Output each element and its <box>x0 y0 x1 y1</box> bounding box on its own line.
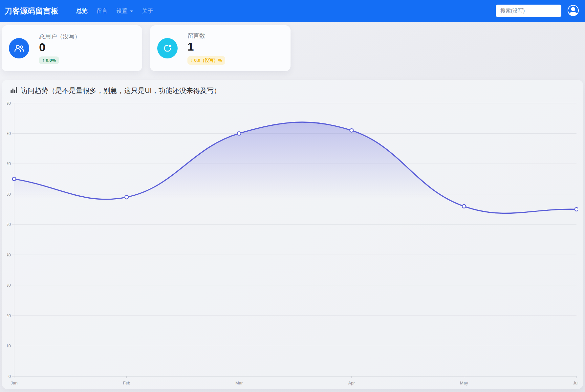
stat-card-messages: 留言数 1 ↓ 0.0（没写）% <box>150 25 291 71</box>
svg-text:Jun: Jun <box>573 381 578 385</box>
nav-links: 总览 留言 设置 关于 <box>76 7 153 15</box>
chevron-down-icon <box>130 11 133 12</box>
svg-text:40: 40 <box>7 252 11 257</box>
svg-text:Jan: Jan <box>11 381 18 385</box>
brand[interactable]: 刀客源码留言板 <box>5 6 59 16</box>
svg-text:10: 10 <box>7 343 11 348</box>
svg-text:60: 60 <box>7 192 11 197</box>
stat-title-messages: 留言数 <box>187 32 205 40</box>
user-avatar-button[interactable] <box>567 5 579 17</box>
svg-text:Mar: Mar <box>235 381 243 385</box>
svg-text:Apr: Apr <box>348 381 355 385</box>
svg-text:20: 20 <box>7 313 11 318</box>
stat-value-messages: 1 <box>187 40 194 53</box>
nav-item-overview[interactable]: 总览 <box>76 7 88 15</box>
main-content: 总用户（没写） 0 ↑ 0.0% 留言数 1 ↓ 0.0（没写）% <box>0 25 585 389</box>
svg-text:70: 70 <box>7 161 11 166</box>
stat-value-users: 0 <box>39 41 45 54</box>
stat-body-messages: 留言数 1 ↓ 0.0（没写）% <box>187 32 225 64</box>
people-icon <box>9 38 29 58</box>
svg-text:80: 80 <box>7 131 11 136</box>
navbar-right <box>496 5 579 17</box>
svg-text:30: 30 <box>7 283 11 288</box>
nav-item-messages[interactable]: 留言 <box>97 7 108 15</box>
svg-text:0: 0 <box>9 374 11 379</box>
message-indicator-icon <box>157 38 178 58</box>
nav-item-settings[interactable]: 设置 <box>117 7 133 15</box>
svg-text:May: May <box>460 381 468 385</box>
trend-line-chart: 0102030405060708090JanFebMarAprMayJun <box>7 96 578 388</box>
stat-body-users: 总用户（没写） 0 ↑ 0.0% <box>39 33 80 64</box>
stat-badge-messages: ↓ 0.0（没写）% <box>187 56 225 65</box>
stat-badge-users: ↑ 0.0% <box>39 56 59 64</box>
navbar: 刀客源码留言板 总览 留言 设置 关于 <box>0 0 585 22</box>
stats-row: 总用户（没写） 0 ↑ 0.0% 留言数 1 ↓ 0.0（没写）% <box>2 25 583 71</box>
svg-text:90: 90 <box>7 101 11 106</box>
person-circle-icon <box>568 5 579 17</box>
svg-text:Feb: Feb <box>123 381 130 385</box>
stat-card-users: 总用户（没写） 0 ↑ 0.0% <box>2 25 142 71</box>
bar-chart-icon <box>10 86 17 95</box>
nav-item-about[interactable]: 关于 <box>142 7 153 15</box>
search-input[interactable] <box>496 5 561 17</box>
chart-title: 访问趋势（是不是量很多，别急，这只是UI，功能还没来得及写） <box>21 86 221 95</box>
trend-card: 访问趋势（是不是量很多，别急，这只是UI，功能还没来得及写） 010203040… <box>2 80 583 389</box>
stat-title-users: 总用户（没写） <box>39 33 80 40</box>
svg-text:50: 50 <box>7 222 11 227</box>
chart-title-row: 访问趋势（是不是量很多，别急，这只是UI，功能还没来得及写） <box>7 83 578 96</box>
nav-item-settings-label: 设置 <box>117 7 128 15</box>
